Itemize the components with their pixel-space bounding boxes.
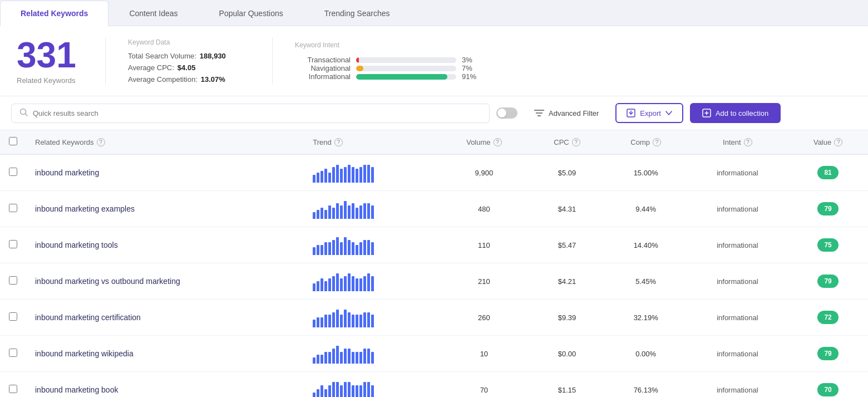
- row-checkbox-5[interactable]: [9, 349, 17, 357]
- filter-icon: [534, 109, 544, 117]
- volume-help-icon[interactable]: ?: [494, 138, 502, 146]
- mini-bar: [367, 312, 370, 327]
- keyword-intent-title: Keyword Intent: [295, 41, 482, 49]
- value-badge: 79: [817, 202, 839, 215]
- advanced-filter-button[interactable]: Advanced Filter: [524, 105, 609, 122]
- search-input[interactable]: [33, 109, 481, 117]
- mini-bar: [328, 385, 331, 397]
- row-checkbox-3[interactable]: [9, 276, 17, 285]
- tab-content-ideas[interactable]: Content Ideas: [108, 1, 198, 26]
- comp-cell: 14.40%: [605, 227, 687, 263]
- mini-bar: [352, 276, 354, 291]
- toggle-switch[interactable]: [496, 107, 517, 119]
- mini-bar: [352, 352, 354, 364]
- intent-cell: informational: [687, 227, 788, 263]
- mini-bar: [317, 245, 319, 255]
- export-button[interactable]: Export: [615, 103, 683, 123]
- value-cell: 79: [788, 263, 868, 300]
- mini-bar: [371, 315, 374, 327]
- row-checkbox-cell: [0, 336, 26, 372]
- row-checkbox-1[interactable]: [9, 204, 17, 212]
- tab-trending-searches[interactable]: Trending Searches: [304, 1, 411, 26]
- toolbar: Advanced Filter Export Add to collection: [0, 96, 868, 130]
- mini-bar: [340, 242, 343, 255]
- intent-row-transactional: Transactional 3%: [295, 56, 482, 64]
- mini-bar: [328, 205, 331, 219]
- keyword-help-icon[interactable]: ?: [97, 138, 105, 146]
- tab-related-keywords[interactable]: Related Keywords: [0, 1, 108, 26]
- mini-bar: [359, 352, 362, 364]
- mini-bar: [348, 165, 351, 183]
- add-to-collection-button[interactable]: Add to collection: [690, 103, 781, 123]
- mini-bar: [344, 201, 347, 219]
- volume-cell: 110: [439, 227, 530, 263]
- intent-cell: informational: [687, 300, 788, 336]
- intent-cell: informational: [687, 336, 788, 372]
- mini-bar: [356, 315, 358, 327]
- value-cell: 79: [788, 336, 868, 372]
- mini-bar: [344, 382, 347, 397]
- table-row: inbound marketing vs outbound marketing …: [0, 263, 868, 300]
- intent-help-icon[interactable]: ?: [744, 138, 752, 146]
- th-trend-label: Trend: [313, 138, 331, 146]
- volume-cell: 480: [439, 191, 530, 227]
- avg-competition-value: 13.07%: [201, 75, 225, 84]
- th-value: Value ?: [788, 130, 868, 154]
- comp-help-icon[interactable]: ?: [653, 138, 661, 146]
- row-checkbox-cell: [0, 154, 26, 191]
- mini-bar: [367, 203, 370, 219]
- mini-bar: [328, 278, 331, 291]
- mini-bar: [336, 310, 339, 327]
- comp-cell: 76.13%: [605, 372, 687, 398]
- th-checkbox: [0, 130, 26, 154]
- intent-row-informational: Informational 91%: [295, 72, 482, 81]
- mini-bar: [348, 349, 351, 364]
- mini-bar: [317, 173, 319, 183]
- mini-bar: [317, 317, 319, 327]
- mini-bar: [328, 352, 331, 364]
- table-row: inbound marketing book 70 $1.15 76.13% i…: [0, 372, 868, 398]
- value-badge: 72: [817, 311, 839, 324]
- mini-bar: [352, 385, 354, 397]
- keyword-data-title: Keyword Data: [128, 38, 250, 46]
- mini-bar: [340, 315, 343, 327]
- select-all-checkbox[interactable]: [9, 137, 17, 145]
- row-checkbox-4[interactable]: [9, 312, 17, 321]
- row-checkbox-6[interactable]: [9, 385, 17, 393]
- mini-bar: [359, 385, 362, 397]
- mini-chart: [313, 344, 430, 364]
- mini-bar: [313, 175, 315, 183]
- mini-bar: [363, 165, 366, 183]
- avg-cpc-value: $4.05: [177, 63, 196, 72]
- intent-bar-track: [356, 74, 456, 80]
- search-icon: [19, 108, 28, 119]
- value-help-icon[interactable]: ?: [834, 138, 842, 146]
- tab-popular-questions[interactable]: Popular Questions: [199, 1, 304, 26]
- keyword-cell: inbound marketing examples: [26, 191, 304, 227]
- keyword-data-section: Keyword Data Total Search Volume: 188,93…: [106, 37, 273, 85]
- mini-bar: [356, 169, 358, 183]
- mini-bar: [348, 312, 351, 327]
- cpc-cell: $5.47: [529, 227, 605, 263]
- mini-bar: [352, 242, 354, 255]
- mini-bar: [328, 242, 331, 255]
- mini-bar: [371, 352, 374, 364]
- keyword-cell: inbound marketing book: [26, 372, 304, 398]
- th-keyword-label: Related Keywords: [35, 138, 94, 146]
- keyword-cell: inbound marketing wikipedia: [26, 336, 304, 372]
- mini-bar: [317, 210, 319, 219]
- mini-bar: [332, 312, 335, 327]
- row-checkbox-0[interactable]: [9, 168, 17, 176]
- cpc-help-icon[interactable]: ?: [572, 138, 580, 146]
- mini-bar: [332, 167, 335, 183]
- trend-help-icon[interactable]: ?: [334, 138, 343, 146]
- intent-label: Navigational: [295, 64, 351, 72]
- intent-label: Informational: [295, 72, 351, 81]
- cpc-cell: $5.09: [529, 154, 605, 191]
- keyword-cell: inbound marketing tools: [26, 227, 304, 263]
- row-checkbox-cell: [0, 300, 26, 336]
- row-checkbox-2[interactable]: [9, 240, 17, 248]
- mini-chart: [313, 307, 430, 327]
- cpc-cell: $0.00: [529, 336, 605, 372]
- mini-bar: [363, 382, 366, 397]
